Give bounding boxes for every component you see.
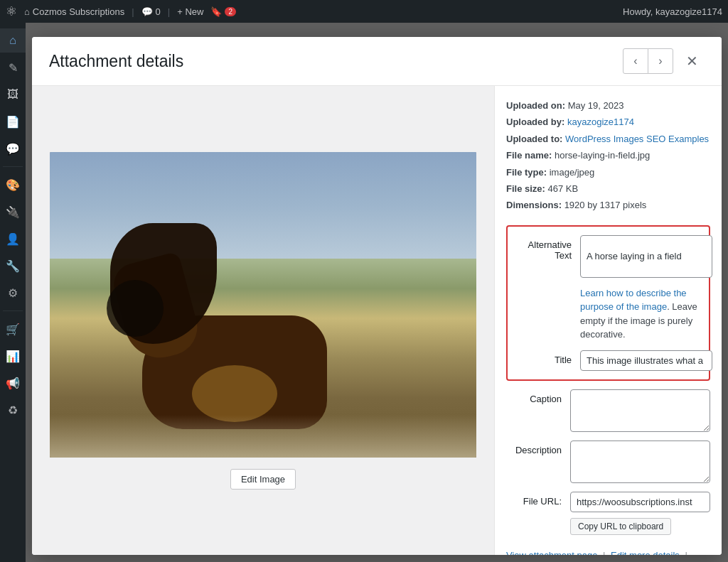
sidebar-icon-tools[interactable]: 🔧 <box>0 254 26 278</box>
caption-row: Caption <box>506 389 710 432</box>
description-row: Description <box>506 441 710 483</box>
caption-input[interactable] <box>570 389 710 432</box>
alt-text-input[interactable] <box>580 235 712 278</box>
uploaded-to-row: Uploaded to: WordPress Images SEO Exampl… <box>506 131 710 147</box>
caption-label: Caption <box>506 389 570 404</box>
home-icon: ⌂ <box>24 6 30 17</box>
horse-image-background <box>50 152 476 458</box>
title-label: Title <box>516 350 580 365</box>
title-input[interactable] <box>580 350 712 371</box>
wp-logo-icon[interactable]: ⚛ <box>6 4 17 19</box>
sidebar-icon-appearance[interactable]: 🎨 <box>0 173 26 197</box>
alt-text-row: Alternative Text <box>516 235 700 278</box>
modal-next-button[interactable]: › <box>648 48 673 74</box>
sidebar-divider-2 <box>3 310 23 311</box>
wp-sidebar: ⌂ ✎ 🖼 📄 💬 🎨 🔌 👤 🔧 ⚙ 🛒 📊 📢 ♻ <box>0 23 26 562</box>
sidebar-icon-users[interactable]: 👤 <box>0 227 26 251</box>
modal-overlay[interactable]: Attachment details ‹ › ✕ <box>26 23 728 562</box>
modal-close-button[interactable]: ✕ <box>679 48 705 74</box>
wp-main: Attachment details ‹ › ✕ <box>26 23 728 562</box>
title-row: Title <box>516 350 700 371</box>
sidebar-icon-plugins[interactable]: 🔌 <box>0 200 26 224</box>
file-name-row: File name: horse-laying-in-field.jpg <box>506 147 710 163</box>
modal-header: Attachment details ‹ › ✕ <box>32 37 722 86</box>
sidebar-icon-marketing[interactable]: 📢 <box>0 371 26 395</box>
copy-url-button[interactable]: Copy URL to clipboard <box>570 518 671 535</box>
sidebar-divider <box>3 166 23 167</box>
admin-bar: ⚛ ⌂ Cozmos Subscriptions | 💬 0 | + New 🔖… <box>0 0 728 23</box>
view-attachment-link[interactable]: View attachment page <box>506 550 597 555</box>
admin-bar-comments[interactable]: 💬 0 <box>141 6 161 17</box>
file-url-row: File URL: <box>506 492 710 512</box>
image-panel: Edit Image <box>32 86 494 555</box>
description-label: Description <box>506 441 570 455</box>
modal-prev-button[interactable]: ‹ <box>623 48 648 74</box>
alt-text-section: Alternative Text Learn how to describe t… <box>506 225 710 381</box>
attachment-image <box>50 152 476 458</box>
sidebar-icon-subscriptions[interactable]: ♻ <box>0 398 26 422</box>
edit-more-details-link[interactable]: Edit more details <box>611 550 680 555</box>
file-size-row: File size: 467 KB <box>506 180 710 197</box>
uploaded-by-row: Uploaded by: kayazogize1174 <box>506 114 710 130</box>
sidebar-icon-dashboard[interactable]: ⌂ <box>0 28 26 53</box>
attachment-links: View attachment page | Edit more details… <box>506 546 710 555</box>
site-name[interactable]: ⌂ Cozmos Subscriptions <box>24 6 124 17</box>
admin-bar-new[interactable]: + New <box>177 6 203 17</box>
modal-navigation: ‹ › <box>623 48 673 74</box>
uploaded-on-row: Uploaded on: May 19, 2023 <box>506 97 710 114</box>
admin-bar-left: ⚛ ⌂ Cozmos Subscriptions | 💬 0 | + New 🔖… <box>6 4 614 19</box>
sidebar-icon-media[interactable]: 🖼 <box>0 82 26 107</box>
uploaded-to-link[interactable]: WordPress Images SEO Examples <box>565 134 709 144</box>
sidebar-icon-analytics[interactable]: 📊 <box>0 344 26 368</box>
sidebar-icon-posts[interactable]: ✎ <box>0 55 26 80</box>
file-url-label: File URL: <box>506 492 570 507</box>
description-input[interactable] <box>570 441 710 483</box>
sidebar-icon-pages[interactable]: 📄 <box>0 109 26 134</box>
sidebar-icon-woo[interactable]: 🛒 <box>0 317 26 341</box>
modal-body: Edit Image Uploaded on: May 19, 2023 Upl… <box>32 86 722 555</box>
wp-layout: ⌂ ✎ 🖼 📄 💬 🎨 🔌 👤 🔧 ⚙ 🛒 📊 📢 ♻ Attachment d… <box>0 23 728 562</box>
file-metadata: Uploaded on: May 19, 2023 Uploaded by: k… <box>506 97 710 214</box>
sidebar-icon-settings[interactable]: ⚙ <box>0 281 26 305</box>
file-type-row: File type: image/jpeg <box>506 164 710 180</box>
alt-text-label: Alternative Text <box>516 235 580 261</box>
admin-bar-user-greeting: Howdy, kayazogize1174 <box>623 6 722 17</box>
admin-bar-updates[interactable]: 🔖 2 <box>210 6 236 17</box>
modal-title: Attachment details <box>49 52 623 71</box>
details-panel: Uploaded on: May 19, 2023 Uploaded by: k… <box>494 86 722 555</box>
attachment-modal: Attachment details ‹ › ✕ <box>32 37 722 555</box>
alt-text-help: Learn how to describe the purpose of the… <box>580 286 700 342</box>
edit-image-button[interactable]: Edit Image <box>230 469 296 490</box>
file-url-input[interactable] <box>570 492 710 512</box>
sidebar-icon-comments[interactable]: 💬 <box>0 136 26 161</box>
dimensions-row: Dimensions: 1920 by 1317 pixels <box>506 197 710 213</box>
uploaded-by-link[interactable]: kayazogize1174 <box>567 117 634 127</box>
